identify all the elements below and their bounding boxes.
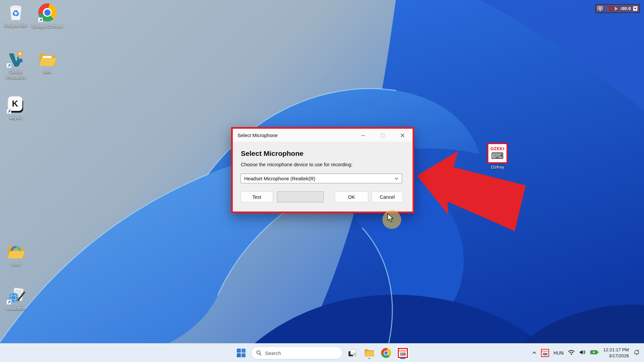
tray-item-ozeki[interactable]: OZEKI ⌨ — [541, 349, 549, 357]
taskbar: Search — [0, 343, 644, 362]
dialog-titlebar[interactable]: Select Microphone — [233, 129, 413, 142]
dialog-description: Choose the microphone device to use for … — [241, 162, 353, 167]
desktop-icon-work[interactable]: Work — [0, 241, 31, 267]
stop-icon[interactable] — [610, 7, 613, 10]
chrome-icon — [38, 3, 57, 23]
search-icon — [256, 350, 262, 356]
shortcut-arrow-icon — [6, 63, 11, 68]
taskbar-item-task-view[interactable] — [346, 346, 359, 360]
wifi-icon — [568, 350, 575, 355]
taskbar-item-file-explorer[interactable] — [363, 346, 376, 360]
windows-logo-icon — [237, 349, 246, 357]
recorder-dropdown[interactable] — [633, 6, 638, 11]
desktop-icon-recycle-bin[interactable]: ♻ Recycle Bin — [0, 3, 31, 28]
chevron-down-icon — [394, 177, 398, 180]
tray-item-battery[interactable] — [590, 350, 599, 356]
desktop-icon-label: Weboffice — [0, 306, 31, 311]
play-icon[interactable] — [615, 7, 618, 11]
desktop-icon-label: keyviz — [0, 115, 31, 121]
work-folder-icon — [6, 241, 25, 261]
tray-clock[interactable]: 12:21:17 PM 3/17/2026 — [603, 347, 629, 359]
keyviz-icon: K — [6, 95, 25, 114]
shortcut-arrow-icon — [6, 300, 11, 305]
weboffice-icon — [6, 286, 25, 305]
ozeki-logo-text: OZEKI — [490, 146, 504, 151]
ok-button[interactable]: OK — [335, 191, 368, 202]
dialog-window-title: Select Microphone — [233, 133, 278, 138]
file-explorer-icon — [364, 349, 374, 357]
recorder-timer: :00:0 — [620, 6, 631, 11]
level-meter — [277, 191, 324, 202]
desktop-icon-label: Oracle VirtualBox — [0, 69, 31, 80]
ozeki-app-icon: OZEKI ⌨ — [487, 143, 508, 164]
tray-chevron-up[interactable] — [532, 350, 537, 356]
desktop-icon-label: Recycle Bin — [0, 23, 31, 28]
desktop-icon-keyviz[interactable]: K keyviz — [0, 95, 31, 121]
pause-icon[interactable] — [605, 7, 608, 10]
tray-item-wifi[interactable] — [568, 350, 575, 357]
desktop-icon-label: OzKey — [482, 165, 513, 170]
search-placeholder: Search — [265, 350, 281, 356]
speaker-icon — [579, 350, 586, 355]
dropdown-arrow-icon — [634, 8, 637, 10]
tray-item-notifications[interactable]: z z — [633, 349, 640, 357]
task-view-icon — [348, 348, 357, 358]
keyboard-icon: ⌨ — [400, 352, 406, 356]
microphone-dropdown[interactable]: Headset Microphone (Realtek(R) — [240, 174, 402, 183]
close-icon — [400, 133, 405, 137]
keyboard-icon: ⌨ — [543, 353, 547, 356]
running-indicator — [368, 358, 370, 359]
test-button[interactable]: Test — [240, 191, 273, 202]
desktop-icon-google-chrome[interactable]: Google Chrome — [32, 3, 63, 29]
desktop-icon-files[interactable]: files — [32, 49, 63, 75]
chrome-icon — [381, 348, 391, 358]
clock-date: 3/17/2026 — [603, 353, 629, 359]
bell-dnd-icon: z z — [633, 349, 640, 356]
screen-record-icon[interactable] — [597, 6, 603, 11]
desktop-icon-label: Work — [0, 262, 31, 267]
desktop-icon-label: Google Chrome — [32, 24, 63, 29]
chevron-up-icon — [532, 351, 537, 355]
clock-time: 12:21:17 PM — [603, 347, 629, 353]
ozeki-tray-icon: OZEKI ⌨ — [541, 349, 549, 357]
files-folder-icon — [38, 49, 57, 68]
shortcut-arrow-icon — [38, 17, 43, 22]
recycle-bin-icon: ♻ — [6, 3, 25, 22]
virtualbox-icon — [6, 49, 25, 68]
desktop-icon-weboffice[interactable]: Weboffice — [0, 286, 31, 311]
desktop-icon-oracle-virtualbox[interactable]: Oracle VirtualBox — [0, 49, 31, 80]
svg-text:♻: ♻ — [12, 8, 19, 18]
desktop: :00:0 ♻ Recycle Bin Google Chrome — [0, 0, 644, 362]
taskbar-item-chrome[interactable] — [379, 346, 393, 360]
ozeki-app-icon: OZEKI ⌨ — [398, 348, 408, 358]
desktop-icon-ozkey[interactable]: OZEKI ⌨ OzKey — [482, 143, 513, 170]
keyboard-icon: ⌨ — [491, 152, 504, 160]
search-box[interactable]: Search — [251, 347, 342, 359]
active-indicator — [400, 358, 406, 359]
cancel-button[interactable]: Cancel — [372, 191, 403, 202]
screen-recorder-toolbar: :00:0 — [595, 4, 640, 13]
start-button[interactable] — [234, 346, 248, 360]
svg-text:z: z — [638, 349, 639, 351]
select-microphone-dialog: Select Microphone Select Microphone Choo… — [231, 127, 414, 213]
taskbar-item-ozkey[interactable]: OZEKI ⌨ — [396, 346, 410, 360]
mouse-cursor-icon — [387, 213, 395, 223]
battery-charging-icon — [590, 350, 599, 355]
minimize-button[interactable] — [357, 129, 369, 142]
desktop-icon-label: files — [32, 69, 63, 75]
maximize-button — [376, 129, 388, 142]
dialog-heading: Select Microphone — [241, 149, 304, 158]
microphone-dropdown-value: Headset Microphone (Realtek(R) — [244, 176, 315, 181]
tray-item-volume[interactable] — [579, 350, 586, 356]
close-button[interactable] — [396, 129, 409, 142]
shortcut-arrow-icon — [6, 109, 11, 114]
language-indicator[interactable]: HUN — [553, 350, 564, 356]
